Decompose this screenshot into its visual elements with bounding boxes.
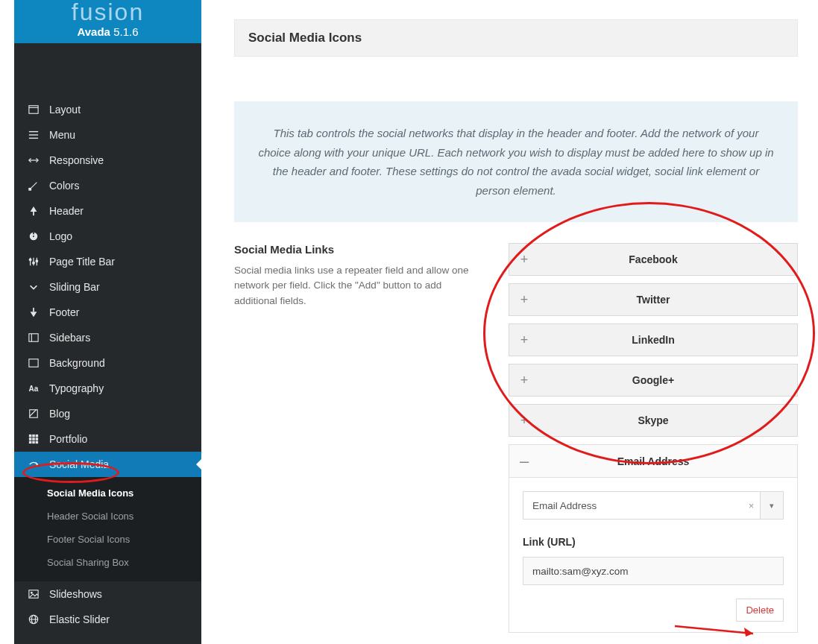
chevron-down-icon	[28, 282, 39, 292]
svg-rect-33	[32, 441, 35, 444]
sidebar-item-label: Elastic Slider	[49, 613, 110, 625]
svg-rect-24	[30, 410, 38, 418]
repeater-item-twitter[interactable]: + Twitter	[509, 283, 798, 316]
section-title: Social Media Icons	[234, 19, 798, 57]
url-label: Link (URL)	[523, 536, 784, 548]
plus-icon: +	[509, 292, 539, 308]
svg-line-25	[30, 410, 37, 417]
svg-rect-27	[32, 435, 35, 438]
svg-point-16	[29, 259, 31, 261]
repeater-item-label: Skype	[539, 414, 797, 426]
clear-icon[interactable]: ×	[743, 492, 761, 519]
repeater-item-googleplus[interactable]: + Google+	[509, 364, 798, 397]
globe-icon	[28, 614, 39, 625]
svg-rect-29	[29, 438, 32, 441]
repeater-item-email-expanded: – Email Address Email Address × ▾ Link (…	[509, 444, 798, 633]
repeater-item-linkedin[interactable]: + LinkedIn	[509, 323, 798, 356]
repeater-item-header[interactable]: – Email Address	[509, 445, 797, 478]
typography-icon: Aa	[28, 383, 39, 394]
delete-button[interactable]: Delete	[736, 599, 784, 622]
menu-gap	[14, 43, 201, 97]
minus-icon: –	[509, 452, 539, 471]
svg-rect-7	[29, 189, 31, 191]
svg-marker-8	[31, 206, 37, 212]
field-help-text: Social media links use a repeater field …	[234, 263, 486, 309]
plus-icon: +	[509, 332, 539, 348]
footer-icon	[28, 307, 39, 318]
sidebar-item-logo[interactable]: Logo	[14, 224, 201, 249]
sidebar-item-slideshows[interactable]: Slideshows	[14, 581, 201, 607]
sidebar-item-label: Slideshows	[49, 588, 102, 600]
svg-point-36	[31, 592, 33, 593]
submenu-item-header-social-icons[interactable]: Header Social Icons	[14, 505, 201, 528]
sidebar-item-footer[interactable]: Footer	[14, 300, 201, 325]
select-value: Email Address	[523, 500, 743, 511]
theme-version: 5.1.6	[113, 25, 138, 38]
svg-rect-30	[32, 438, 35, 441]
sidebar-item-label: Page Title Bar	[49, 256, 115, 268]
sidebar-item-label: Logo	[49, 230, 72, 242]
repeater-item-facebook[interactable]: + Facebook	[509, 243, 798, 276]
sidebar-item-label: Sliding Bar	[49, 281, 100, 293]
sidebar-item-layout[interactable]: Layout	[14, 97, 201, 122]
svg-rect-11	[33, 236, 34, 237]
svg-rect-26	[29, 435, 32, 438]
background-icon	[28, 358, 39, 368]
info-box: This tab controls the social networks th…	[234, 101, 798, 222]
repeater-item-skype[interactable]: + Skype	[509, 404, 798, 437]
url-input[interactable]	[523, 557, 784, 585]
sidebar-item-portfolio[interactable]: Portfolio	[14, 426, 201, 452]
network-select[interactable]: Email Address × ▾	[523, 491, 784, 520]
sidebar-item-background[interactable]: Background	[14, 350, 201, 376]
responsive-icon	[28, 155, 39, 165]
sidebar-item-social-media[interactable]: Social Media	[14, 452, 201, 477]
social-links-field: Social Media Links Social media links us…	[234, 243, 798, 644]
sidebar-item-responsive[interactable]: Responsive	[14, 148, 201, 173]
sidebar-item-page-title-bar[interactable]: Page Title Bar	[14, 249, 201, 274]
brand-logo: fusion	[14, 0, 201, 24]
sidebars-icon	[28, 332, 39, 343]
repeater-item-label: Email Address	[539, 455, 797, 467]
svg-rect-34	[36, 441, 39, 444]
theme-name: Avada	[77, 25, 110, 38]
brand-subtitle: Avada 5.1.6	[14, 25, 201, 38]
sidebar-item-sidebars[interactable]: Sidebars	[14, 325, 201, 350]
sidebar-item-elastic-slider[interactable]: Elastic Slider	[14, 607, 201, 632]
image-icon	[28, 589, 39, 599]
plus-icon: +	[509, 252, 539, 268]
sidebar-item-label: Menu	[49, 129, 75, 141]
sidebar-item-label: Background	[49, 357, 105, 369]
sidebar-item-label: Responsive	[49, 154, 104, 166]
svg-rect-32	[29, 441, 32, 444]
sidebar-item-colors[interactable]: Colors	[14, 173, 201, 198]
sidebar-item-header[interactable]: Header	[14, 198, 201, 224]
svg-point-18	[36, 260, 38, 262]
sidebar-item-label: Blog	[49, 408, 70, 420]
sliders-icon	[28, 256, 39, 267]
sidebar-item-typography[interactable]: Aa Typography	[14, 376, 201, 401]
svg-rect-12	[33, 233, 34, 235]
sidebar-item-label: Typography	[49, 382, 104, 394]
repeater-item-label: Facebook	[539, 253, 797, 265]
svg-point-17	[33, 262, 35, 264]
svg-rect-23	[29, 359, 38, 367]
main-content: Social Media Icons This tab controls the…	[234, 0, 798, 644]
submenu-item-social-sharing-box[interactable]: Social Sharing Box	[14, 551, 201, 574]
sidebar-item-sliding-bar[interactable]: Sliding Bar	[14, 274, 201, 300]
sidebar-item-menu[interactable]: Menu	[14, 122, 201, 148]
submenu-item-social-media-icons[interactable]: Social Media Icons	[14, 482, 201, 505]
svg-rect-9	[33, 212, 34, 215]
logo-icon	[28, 231, 39, 242]
chevron-down-icon[interactable]: ▾	[761, 492, 783, 519]
sidebar-item-blog[interactable]: Blog	[14, 401, 201, 426]
svg-marker-20	[31, 312, 37, 317]
svg-rect-19	[33, 308, 34, 312]
svg-rect-0	[29, 106, 38, 114]
sidebar-item-label: Layout	[49, 104, 81, 116]
portfolio-icon	[28, 434, 39, 444]
sidebar-item-label: Header	[49, 205, 84, 217]
repeater-list: + Facebook + Twitter + LinkedIn + Google…	[509, 243, 798, 644]
field-heading: Social Media Links	[234, 243, 486, 256]
submenu-item-footer-social-icons[interactable]: Footer Social Icons	[14, 528, 201, 551]
sidebar-item-label: Social Media	[49, 458, 109, 470]
